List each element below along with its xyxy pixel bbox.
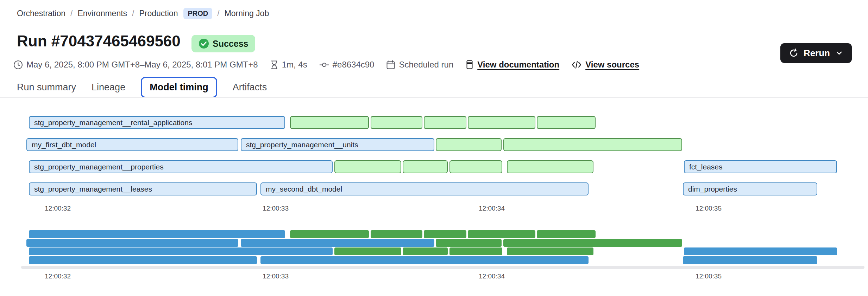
breadcrumb-separator: / — [132, 9, 134, 18]
time-tick-label: 12:00:32 — [45, 205, 71, 212]
breadcrumb-item-morning-job[interactable]: Morning Job — [225, 9, 269, 18]
breadcrumb-item-environments[interactable]: Environments — [77, 9, 127, 18]
model-bar-my-first-dbt-model[interactable]: my_first_dbt_model — [26, 138, 238, 151]
tab-model-timing[interactable]: Model timing — [141, 77, 217, 98]
document-icon — [465, 60, 474, 70]
test-bar[interactable] — [403, 160, 448, 173]
run-meta: May 6, 2025, 8:00 PM GMT+8–May 6, 2025, … — [13, 60, 639, 70]
breadcrumb-item-orchestration[interactable]: Orchestration — [17, 9, 65, 18]
overview-test-bar[interactable] — [537, 230, 596, 238]
overview-bar-stg-property-management-units[interactable] — [241, 239, 434, 247]
calendar-icon — [386, 60, 395, 70]
env-badge: PROD — [183, 8, 212, 19]
documentation-link-label: View documentation — [477, 60, 559, 70]
duration-text: 1m, 4s — [282, 60, 307, 70]
breadcrumb: Orchestration/Environments/ProductionPRO… — [17, 8, 269, 19]
breadcrumb-separator: / — [70, 9, 73, 18]
test-bar[interactable] — [503, 138, 682, 151]
time-tick-label: 12:00:34 — [479, 205, 505, 212]
overview-test-bar[interactable] — [468, 230, 535, 238]
model-bar-fct-leases[interactable]: fct_leases — [684, 160, 837, 173]
time-tick-label: 12:00:34 — [479, 272, 505, 280]
breadcrumb-separator: / — [217, 9, 219, 18]
model-bar-stg-property-management-rental-applications[interactable]: stg_property_management__rental_applicat… — [29, 116, 285, 129]
meta-schedule: May 6, 2025, 8:00 PM GMT+8–May 6, 2025, … — [13, 60, 258, 70]
overview-bar-fct-leases[interactable] — [684, 247, 837, 255]
refresh-icon — [789, 48, 799, 58]
test-bar[interactable] — [537, 116, 596, 129]
test-bar[interactable] — [507, 160, 593, 173]
breadcrumb-item-production[interactable]: Production — [139, 9, 178, 18]
time-tick-label: 12:00:35 — [696, 272, 722, 280]
overview-bar-my-second-dbt-model[interactable] — [260, 256, 589, 264]
meta-trigger: Scheduled run — [386, 60, 453, 70]
view-sources-link[interactable]: View sources — [571, 60, 639, 70]
time-tick-label: 12:00:33 — [263, 205, 289, 212]
code-icon — [571, 60, 582, 69]
test-bar[interactable] — [290, 116, 369, 129]
test-bar[interactable] — [424, 116, 466, 129]
time-tick-label: 12:00:35 — [696, 205, 722, 212]
test-bar[interactable] — [468, 116, 535, 129]
view-documentation-link[interactable]: View documentation — [465, 60, 559, 70]
page-title: Run #70437465469560 — [17, 32, 181, 50]
tabs-divider — [0, 97, 868, 98]
test-bar[interactable] — [449, 160, 502, 173]
overview-bar-stg-property-management-properties[interactable] — [29, 247, 333, 255]
test-bar[interactable] — [371, 116, 422, 129]
model-bar-stg-property-management-units[interactable]: stg_property_management__units — [241, 138, 434, 151]
model-bar-stg-property-management-leases[interactable]: stg_property_management__leases — [29, 182, 257, 195]
overview-test-bar[interactable] — [424, 230, 466, 238]
overview-test-bar[interactable] — [507, 247, 593, 255]
model-bar-stg-property-management-properties[interactable]: stg_property_management__properties — [29, 160, 333, 173]
overview-test-bar[interactable] — [436, 239, 502, 247]
run-detail-page: Orchestration/Environments/ProductionPRO… — [0, 0, 868, 296]
commit-text: #e8634c90 — [333, 60, 375, 70]
sources-link-label: View sources — [585, 60, 639, 70]
tab-lineage[interactable]: Lineage — [92, 78, 125, 97]
overview-bar-my-first-dbt-model[interactable] — [26, 239, 238, 247]
rerun-button[interactable]: Rerun — [780, 43, 852, 63]
overview-test-bar[interactable] — [371, 230, 422, 238]
tab-run-summary[interactable]: Run summary — [17, 78, 76, 97]
overview-test-bar[interactable] — [449, 247, 502, 255]
schedule-text: May 6, 2025, 8:00 PM GMT+8–May 6, 2025, … — [26, 60, 258, 70]
tab-artifacts[interactable]: Artifacts — [233, 78, 267, 97]
overview-test-bar[interactable] — [334, 247, 401, 255]
check-circle-icon — [199, 38, 209, 49]
status-badge: Success — [191, 35, 255, 52]
tab-bar: Run summaryLineageModel timingArtifacts — [17, 77, 267, 98]
meta-duration: 1m, 4s — [270, 60, 307, 70]
model-bar-dim-properties[interactable]: dim_properties — [683, 182, 817, 195]
overview-test-bar[interactable] — [503, 239, 682, 247]
status-label: Success — [213, 39, 248, 49]
test-bar[interactable] — [436, 138, 502, 151]
overview-test-bar[interactable] — [403, 247, 448, 255]
overview-bar-dim-properties[interactable] — [683, 256, 817, 264]
overview-bar-stg-property-management-rental-applications[interactable] — [29, 230, 285, 238]
trigger-text: Scheduled run — [399, 60, 453, 70]
hourglass-icon — [270, 60, 278, 70]
chevron-down-icon — [835, 49, 843, 57]
commit-icon — [319, 60, 329, 70]
overview-test-bar[interactable] — [290, 230, 369, 238]
rerun-label: Rerun — [804, 48, 830, 59]
time-tick-label: 12:00:32 — [45, 272, 71, 280]
horizontal-scrollbar[interactable] — [21, 266, 864, 269]
time-tick-label: 12:00:33 — [263, 272, 289, 280]
meta-commit: #e8634c90 — [319, 60, 375, 70]
test-bar[interactable] — [334, 160, 401, 173]
overview-bar-stg-property-management-leases[interactable] — [29, 256, 257, 264]
model-bar-my-second-dbt-model[interactable]: my_second_dbt_model — [260, 182, 589, 195]
clock-icon — [13, 60, 23, 70]
